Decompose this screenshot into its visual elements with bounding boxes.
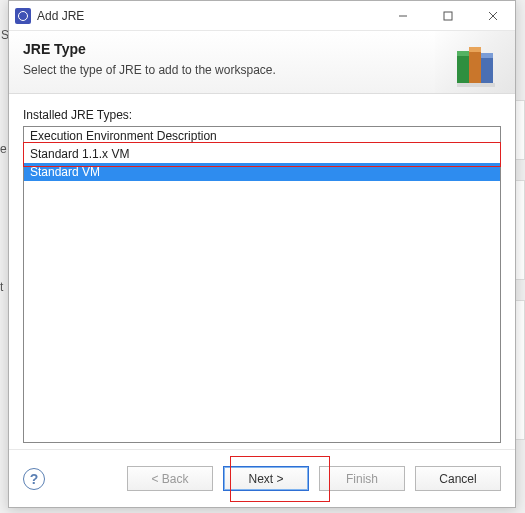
wizard-button-bar: ? < Back Next > Finish Cancel [9, 449, 515, 507]
eclipse-icon [15, 8, 31, 24]
background-panel [515, 100, 525, 160]
svg-rect-9 [481, 53, 493, 58]
svg-rect-10 [457, 83, 495, 87]
wizard-header: JRE Type Select the type of JRE to add t… [9, 31, 515, 94]
svg-rect-5 [457, 51, 469, 56]
wizard-body: Installed JRE Types: Execution Environme… [9, 94, 515, 449]
back-button[interactable]: < Back [127, 466, 213, 491]
finish-button[interactable]: Finish [319, 466, 405, 491]
list-item[interactable]: Execution Environment Description [24, 127, 500, 145]
close-button[interactable] [470, 1, 515, 30]
titlebar: Add JRE [9, 1, 515, 31]
next-button[interactable]: Next > [223, 466, 309, 491]
add-jre-dialog: Add JRE JRE Type Select the type of JRE … [8, 0, 516, 508]
cancel-button[interactable]: Cancel [415, 466, 501, 491]
svg-rect-6 [469, 47, 481, 85]
window-title: Add JRE [37, 9, 84, 23]
wizard-banner-icon [435, 31, 515, 93]
background-panel [515, 180, 525, 280]
background-panel [515, 300, 525, 440]
svg-rect-1 [444, 12, 452, 20]
list-item[interactable]: Standard VM [24, 163, 500, 181]
svg-rect-4 [457, 51, 469, 85]
svg-rect-7 [469, 47, 481, 52]
background-text: e [0, 142, 7, 156]
list-item[interactable]: Standard 1.1.x VM [24, 145, 500, 163]
maximize-button[interactable] [425, 1, 470, 30]
installed-jre-types-list[interactable]: Execution Environment DescriptionStandar… [23, 126, 501, 443]
page-subtitle: Select the type of JRE to add to the wor… [23, 63, 501, 77]
background-text: t [0, 280, 3, 294]
list-label: Installed JRE Types: [23, 108, 501, 122]
help-button[interactable]: ? [23, 468, 45, 490]
minimize-button[interactable] [380, 1, 425, 30]
page-title: JRE Type [23, 41, 501, 57]
